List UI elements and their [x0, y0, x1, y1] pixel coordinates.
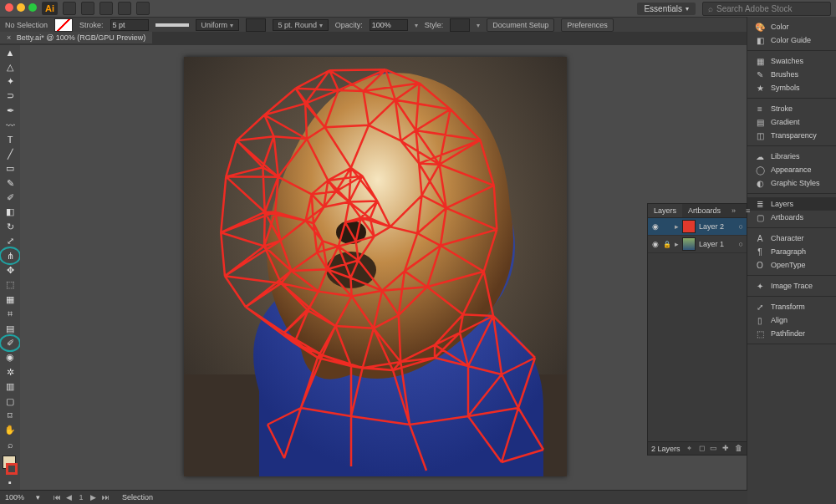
document-tab[interactable]: × Betty.ai* @ 100% (RGB/GPU Preview) [0, 32, 152, 43]
eraser-tool[interactable]: ◧ [1, 205, 19, 219]
minimize-icon[interactable] [17, 3, 25, 12]
stroke-preview[interactable] [155, 23, 189, 27]
chevron-right-icon[interactable]: ▸ [675, 222, 679, 231]
gradient-tool[interactable]: ▤ [1, 321, 19, 335]
new-layer-icon[interactable]: ✚ [721, 444, 731, 452]
chevron-down-icon[interactable]: ▾ [477, 22, 480, 29]
layer-row[interactable]: ◉🔒▸Layer 1○ [648, 236, 747, 253]
close-icon[interactable] [5, 3, 13, 12]
scale-tool[interactable]: ⤢ [1, 234, 19, 248]
magic-wand-tool[interactable]: ✦ [1, 74, 19, 89]
mesh-tool[interactable]: ⌗ [1, 307, 19, 321]
layer-name[interactable]: Layer 2 [699, 222, 724, 231]
layer-name[interactable]: Layer 1 [699, 240, 724, 248]
panel-brushes[interactable]: ✎Brushes [747, 68, 836, 81]
fill-swatch[interactable] [54, 18, 73, 32]
collapse-icon[interactable]: » [726, 204, 741, 217]
search-input[interactable]: ⌕ Search Adobe Stock [702, 2, 831, 16]
artboard-tool[interactable]: ▢ [1, 394, 19, 408]
panel-character[interactable]: ACharacter [747, 232, 836, 245]
chevron-down-icon[interactable]: ▾ [36, 493, 40, 501]
maximize-icon[interactable] [28, 3, 37, 12]
hand-tool[interactable]: ✋ [1, 423, 19, 437]
locate-icon[interactable]: ⌖ [685, 444, 695, 453]
panel-libraries[interactable]: ☁Libraries [747, 150, 836, 163]
panel-appearance[interactable]: ◯Appearance [747, 163, 836, 176]
rotate-tool[interactable]: ↻ [1, 220, 19, 234]
blend-tool[interactable]: ◉ [1, 350, 19, 364]
selection-tool[interactable]: ▲ [1, 45, 19, 59]
panel-pathfinder[interactable]: ⬚Pathfinder [747, 327, 836, 340]
panel-color-guide[interactable]: ◧Color Guide [747, 33, 836, 47]
paintbrush-tool[interactable]: ✎ [1, 176, 19, 191]
first-icon[interactable]: ⏮ [52, 493, 62, 501]
last-icon[interactable]: ⏭ [100, 493, 110, 501]
panel-paragraph[interactable]: ¶Paragraph [747, 245, 836, 258]
tab-layers[interactable]: Layers [648, 204, 682, 217]
fill-stroke-control[interactable] [1, 456, 19, 475]
panel-stroke[interactable]: ≡Stroke [747, 102, 836, 115]
pencil-tool[interactable]: ✐ [1, 191, 19, 205]
panel-gradient[interactable]: ▤Gradient [747, 115, 836, 129]
lock-icon[interactable]: 🔒 [663, 241, 671, 248]
brush-endcap[interactable] [246, 18, 266, 32]
layer-row[interactable]: ◉▸Layer 2○ [648, 218, 747, 236]
sublayer-icon[interactable]: ▭ [709, 444, 719, 452]
color-mode[interactable]: ▪ [1, 475, 19, 489]
panel-opentype[interactable]: OOpenType [747, 258, 836, 272]
preferences-button[interactable]: Preferences [561, 18, 614, 32]
eyedropper-tool[interactable]: ✐ [1, 336, 19, 350]
visibility-icon[interactable]: ◉ [651, 240, 660, 248]
menu-icon[interactable] [81, 2, 94, 15]
panel-transform[interactable]: ⤢Transform [747, 300, 836, 313]
rectangle-tool[interactable]: ▭ [1, 161, 19, 176]
pen-tool[interactable]: ✒ [1, 104, 19, 118]
type-tool[interactable]: T [1, 132, 19, 146]
mask-icon[interactable]: ◻ [696, 444, 706, 452]
direct-selection-tool[interactable]: △ [1, 59, 19, 74]
panel-color[interactable]: 🎨Color [747, 20, 836, 33]
panel-artboards[interactable]: ▢Artboards [747, 211, 836, 224]
workspace-switcher[interactable]: Essentials ▾ [637, 3, 696, 15]
graph-tool[interactable]: ▥ [1, 379, 19, 394]
shape-builder-tool[interactable]: ⬚ [1, 277, 19, 292]
line-tool[interactable]: ╱ [1, 147, 19, 161]
perspective-grid-tool[interactable]: ▦ [1, 293, 19, 307]
panel-image-trace[interactable]: ✦Image Trace [747, 279, 836, 293]
prev-icon[interactable]: ◀ [64, 493, 74, 501]
stroke-swatch[interactable] [6, 463, 18, 475]
close-icon[interactable]: × [7, 33, 11, 42]
panel-transparency[interactable]: ◫Transparency [747, 129, 836, 142]
artboard[interactable] [184, 57, 567, 476]
slice-tool[interactable]: ⌑ [1, 409, 19, 423]
visibility-icon[interactable]: ◉ [651, 222, 660, 231]
next-icon[interactable]: ▶ [89, 493, 99, 501]
zoom-tool[interactable]: ⌕ [1, 438, 19, 452]
lasso-tool[interactable]: ⊃ [1, 89, 19, 103]
stroke-weight-input[interactable] [110, 19, 149, 31]
chevron-right-icon[interactable]: ▸ [675, 240, 679, 248]
symbol-sprayer-tool[interactable]: ✲ [1, 365, 19, 379]
menu-icon[interactable] [99, 2, 113, 15]
canvas-area[interactable] [20, 45, 747, 491]
opacity-input[interactable] [370, 19, 408, 31]
panel-graphic-styles[interactable]: ◐Graphic Styles [747, 176, 836, 190]
target-icon[interactable]: ○ [739, 222, 743, 231]
panel-symbols[interactable]: ★Symbols [747, 81, 836, 94]
brush-preset-select[interactable]: 5 pt. Round ▾ [273, 19, 329, 31]
panel-align[interactable]: ▯Align [747, 313, 836, 327]
width-tool[interactable]: ⋔ [1, 248, 19, 262]
zoom-level[interactable]: 100% [5, 493, 24, 501]
menu-icon[interactable] [136, 2, 150, 15]
free-transform-tool[interactable]: ✥ [1, 263, 19, 277]
trash-icon[interactable]: 🗑 [733, 444, 743, 452]
menu-icon[interactable] [118, 2, 131, 15]
chevron-down-icon[interactable]: ▾ [415, 22, 418, 29]
target-icon[interactable]: ○ [739, 240, 743, 248]
tab-artboards[interactable]: Artboards [682, 204, 726, 217]
stroke-profile-select[interactable]: Uniform ▾ [196, 19, 239, 31]
panel-menu-icon[interactable]: ≡ [741, 204, 755, 217]
curvature-tool[interactable]: 〰 [1, 118, 19, 132]
document-setup-button[interactable]: Document Setup [487, 18, 554, 32]
panel-swatches[interactable]: ▦Swatches [747, 54, 836, 68]
